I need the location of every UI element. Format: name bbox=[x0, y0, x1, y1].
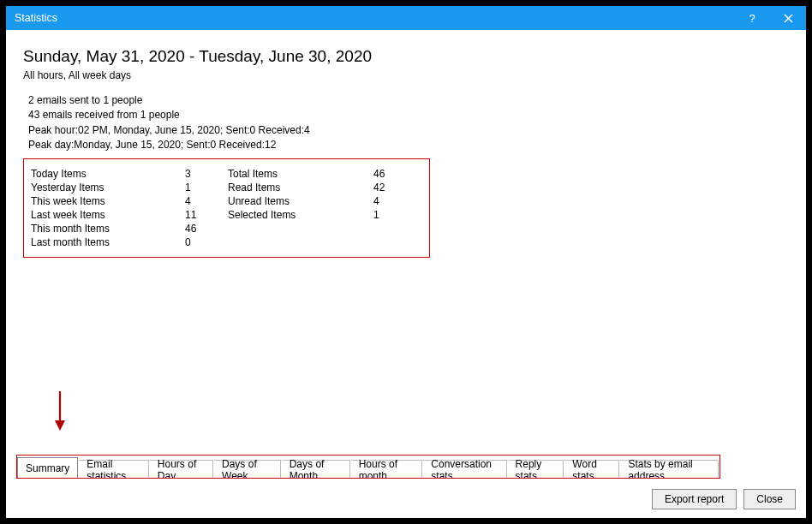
stats-summary-box: Today Items 3 Total Items 46 Yesterday I… bbox=[23, 158, 430, 258]
stat-value: 1 bbox=[185, 182, 228, 194]
filter-description: All hours, All week days bbox=[23, 69, 789, 81]
tab-reply-stats[interactable]: Reply stats bbox=[508, 460, 564, 479]
stat-label: Last month Items bbox=[31, 236, 185, 248]
arrow-annotation-icon bbox=[51, 390, 69, 431]
stat-label: Total Items bbox=[228, 168, 373, 180]
summary-line: 43 emails received from 1 people bbox=[28, 108, 789, 122]
close-button[interactable]: Close bbox=[743, 489, 796, 509]
date-range-heading: Sunday, May 31, 2020 - Tuesday, June 30,… bbox=[23, 47, 789, 66]
stat-value: 3 bbox=[185, 168, 228, 180]
stat-label: Read Items bbox=[228, 182, 373, 194]
stat-label: This week Items bbox=[31, 195, 185, 207]
tab-stats-by-email-address[interactable]: Stats by email address bbox=[620, 460, 719, 479]
tab-word-stats[interactable]: Word stats bbox=[564, 460, 619, 479]
stat-value: 11 bbox=[185, 209, 228, 221]
stat-value: 4 bbox=[373, 195, 399, 207]
stat-label: Yesterday Items bbox=[31, 182, 185, 194]
tab-hours-of-day[interactable]: Hours of Day bbox=[150, 460, 213, 479]
window-title: Statistics bbox=[15, 12, 57, 24]
summary-text-block: 2 emails sent to 1 people 43 emails rece… bbox=[28, 93, 789, 153]
tab-bar: Summary Email statistics Hours of Day Da… bbox=[16, 455, 720, 479]
stat-label: Last week Items bbox=[31, 209, 185, 221]
stat-value: 46 bbox=[373, 168, 399, 180]
summary-line: 2 emails sent to 1 people bbox=[28, 93, 789, 108]
stat-label: Today Items bbox=[31, 168, 185, 180]
tab-hours-of-month[interactable]: Hours of month bbox=[351, 460, 423, 479]
summary-line: Peak hour:02 PM, Monday, June 15, 2020; … bbox=[28, 123, 789, 138]
stat-label: This month Items bbox=[31, 223, 185, 235]
tab-email-statistics[interactable]: Email statistics bbox=[79, 460, 149, 479]
statistics-window: Statistics ? Sunday, May 31, 2020 - Tues… bbox=[5, 5, 807, 519]
tab-days-of-month[interactable]: Days of Month bbox=[282, 460, 350, 479]
stat-value: 46 bbox=[185, 223, 228, 235]
tab-days-of-week[interactable]: Days of Week bbox=[214, 460, 281, 479]
tab-conversation-stats[interactable]: Conversation stats bbox=[423, 460, 506, 479]
content-area: Sunday, May 31, 2020 - Tuesday, June 30,… bbox=[6, 30, 806, 484]
tab-summary[interactable]: Summary bbox=[17, 457, 78, 479]
help-button[interactable]: ? bbox=[734, 6, 770, 30]
export-report-button[interactable]: Export report bbox=[652, 489, 737, 509]
summary-line: Peak day:Monday, June 15, 2020; Sent:0 R… bbox=[28, 138, 789, 152]
stat-value: 0 bbox=[185, 236, 228, 248]
stat-label: Selected Items bbox=[228, 209, 373, 221]
titlebar: Statistics ? bbox=[6, 6, 806, 30]
stat-value: 42 bbox=[373, 182, 399, 194]
close-icon bbox=[784, 14, 793, 23]
stat-label: Unread Items bbox=[228, 195, 373, 207]
stat-value: 4 bbox=[185, 195, 228, 207]
close-window-button[interactable] bbox=[770, 6, 806, 30]
dialog-footer: Export report Close bbox=[652, 489, 796, 509]
svg-marker-3 bbox=[55, 420, 65, 431]
stat-value: 1 bbox=[373, 209, 399, 221]
